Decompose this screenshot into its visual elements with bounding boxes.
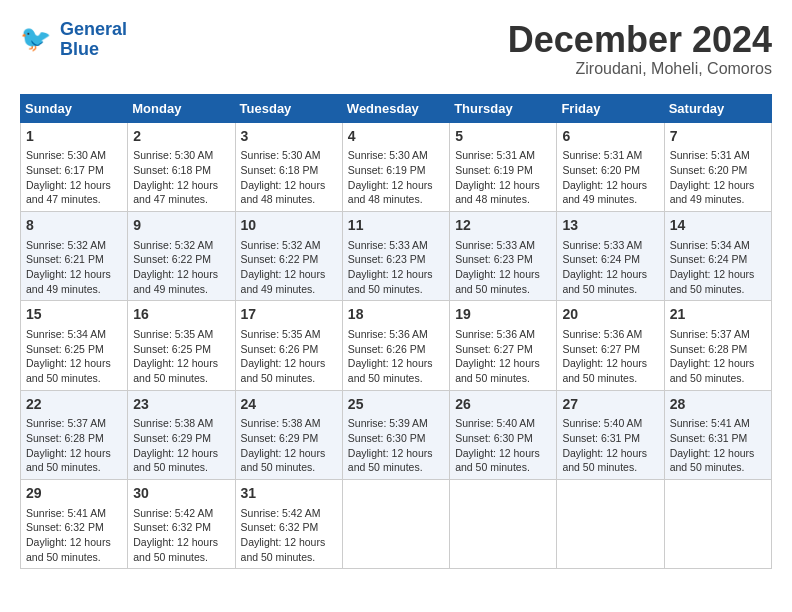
page-header: 🐦 General Blue December 2024 Ziroudani, … (20, 20, 772, 78)
day-info: Daylight: 12 hours (241, 356, 337, 371)
day-info: Daylight: 12 hours (348, 356, 444, 371)
day-info: and 50 minutes. (670, 282, 766, 297)
day-number: 31 (241, 484, 337, 504)
logo: 🐦 General Blue (20, 20, 127, 60)
calendar-row: 29Sunrise: 5:41 AMSunset: 6:32 PMDayligh… (21, 479, 772, 568)
header-row: Sunday Monday Tuesday Wednesday Thursday… (21, 94, 772, 122)
svg-text:🐦: 🐦 (20, 23, 52, 54)
table-row: 17Sunrise: 5:35 AMSunset: 6:26 PMDayligh… (235, 301, 342, 390)
day-info: and 48 minutes. (241, 192, 337, 207)
table-row: 22Sunrise: 5:37 AMSunset: 6:28 PMDayligh… (21, 390, 128, 479)
day-number: 5 (455, 127, 551, 147)
day-number: 26 (455, 395, 551, 415)
day-info: Sunrise: 5:34 AM (26, 327, 122, 342)
day-info: Daylight: 12 hours (26, 356, 122, 371)
day-info: Daylight: 12 hours (455, 446, 551, 461)
day-info: Daylight: 12 hours (26, 535, 122, 550)
day-info: Sunset: 6:19 PM (455, 163, 551, 178)
day-info: and 48 minutes. (455, 192, 551, 207)
day-info: Sunrise: 5:38 AM (133, 416, 229, 431)
day-info: Daylight: 12 hours (562, 267, 658, 282)
day-info: Sunset: 6:31 PM (562, 431, 658, 446)
day-info: Daylight: 12 hours (26, 267, 122, 282)
calendar-row: 8Sunrise: 5:32 AMSunset: 6:21 PMDaylight… (21, 211, 772, 300)
day-info: Daylight: 12 hours (26, 446, 122, 461)
table-row: 8Sunrise: 5:32 AMSunset: 6:21 PMDaylight… (21, 211, 128, 300)
day-info: Sunrise: 5:42 AM (133, 506, 229, 521)
day-info: Sunset: 6:25 PM (26, 342, 122, 357)
day-info: Sunset: 6:29 PM (133, 431, 229, 446)
table-row: 12Sunrise: 5:33 AMSunset: 6:23 PMDayligh… (450, 211, 557, 300)
day-info: Sunrise: 5:30 AM (26, 148, 122, 163)
day-info: Daylight: 12 hours (670, 178, 766, 193)
day-info: Sunset: 6:24 PM (670, 252, 766, 267)
day-info: Sunset: 6:25 PM (133, 342, 229, 357)
day-info: and 50 minutes. (26, 550, 122, 565)
day-info: Sunset: 6:26 PM (241, 342, 337, 357)
col-tuesday: Tuesday (235, 94, 342, 122)
day-info: and 50 minutes. (670, 460, 766, 475)
table-row: 25Sunrise: 5:39 AMSunset: 6:30 PMDayligh… (342, 390, 449, 479)
day-info: and 49 minutes. (241, 282, 337, 297)
day-info: Daylight: 12 hours (133, 178, 229, 193)
col-monday: Monday (128, 94, 235, 122)
day-info: Sunset: 6:20 PM (670, 163, 766, 178)
table-row: 28Sunrise: 5:41 AMSunset: 6:31 PMDayligh… (664, 390, 771, 479)
day-info: Sunrise: 5:30 AM (348, 148, 444, 163)
day-info: and 50 minutes. (455, 282, 551, 297)
day-info: Sunrise: 5:32 AM (26, 238, 122, 253)
calendar-row: 22Sunrise: 5:37 AMSunset: 6:28 PMDayligh… (21, 390, 772, 479)
table-row: 10Sunrise: 5:32 AMSunset: 6:22 PMDayligh… (235, 211, 342, 300)
day-info: Daylight: 12 hours (26, 178, 122, 193)
day-info: Sunset: 6:31 PM (670, 431, 766, 446)
day-info: Sunset: 6:23 PM (455, 252, 551, 267)
day-info: Daylight: 12 hours (241, 535, 337, 550)
table-row: 23Sunrise: 5:38 AMSunset: 6:29 PMDayligh… (128, 390, 235, 479)
logo-text: General Blue (60, 20, 127, 60)
day-info: Sunrise: 5:32 AM (241, 238, 337, 253)
col-sunday: Sunday (21, 94, 128, 122)
day-info: Sunset: 6:19 PM (348, 163, 444, 178)
day-number: 19 (455, 305, 551, 325)
day-info: Sunset: 6:27 PM (562, 342, 658, 357)
day-info: Sunrise: 5:42 AM (241, 506, 337, 521)
day-number: 17 (241, 305, 337, 325)
day-info: Daylight: 12 hours (133, 356, 229, 371)
day-number: 15 (26, 305, 122, 325)
day-info: Sunset: 6:32 PM (133, 520, 229, 535)
day-info: Sunrise: 5:36 AM (455, 327, 551, 342)
day-number: 12 (455, 216, 551, 236)
table-row: 27Sunrise: 5:40 AMSunset: 6:31 PMDayligh… (557, 390, 664, 479)
table-row: 29Sunrise: 5:41 AMSunset: 6:32 PMDayligh… (21, 479, 128, 568)
table-row: 15Sunrise: 5:34 AMSunset: 6:25 PMDayligh… (21, 301, 128, 390)
day-info: and 49 minutes. (133, 282, 229, 297)
day-info: Sunset: 6:24 PM (562, 252, 658, 267)
day-number: 25 (348, 395, 444, 415)
day-info: Daylight: 12 hours (562, 446, 658, 461)
table-row (450, 479, 557, 568)
day-info: Sunrise: 5:38 AM (241, 416, 337, 431)
day-info: and 50 minutes. (348, 460, 444, 475)
day-info: Sunrise: 5:35 AM (133, 327, 229, 342)
day-info: and 49 minutes. (26, 282, 122, 297)
day-info: Sunrise: 5:33 AM (348, 238, 444, 253)
table-row: 9Sunrise: 5:32 AMSunset: 6:22 PMDaylight… (128, 211, 235, 300)
day-info: Sunset: 6:28 PM (26, 431, 122, 446)
day-info: and 50 minutes. (133, 460, 229, 475)
day-info: Daylight: 12 hours (133, 446, 229, 461)
day-info: Sunset: 6:30 PM (455, 431, 551, 446)
day-info: Sunset: 6:30 PM (348, 431, 444, 446)
table-row: 19Sunrise: 5:36 AMSunset: 6:27 PMDayligh… (450, 301, 557, 390)
day-info: and 50 minutes. (241, 550, 337, 565)
day-info: Daylight: 12 hours (133, 267, 229, 282)
logo-icon: 🐦 (20, 22, 56, 58)
day-info: Sunset: 6:17 PM (26, 163, 122, 178)
day-info: Sunset: 6:32 PM (241, 520, 337, 535)
table-row: 3Sunrise: 5:30 AMSunset: 6:18 PMDaylight… (235, 122, 342, 211)
day-number: 13 (562, 216, 658, 236)
day-number: 16 (133, 305, 229, 325)
day-info: Sunrise: 5:41 AM (670, 416, 766, 431)
table-row: 30Sunrise: 5:42 AMSunset: 6:32 PMDayligh… (128, 479, 235, 568)
day-number: 18 (348, 305, 444, 325)
day-number: 29 (26, 484, 122, 504)
